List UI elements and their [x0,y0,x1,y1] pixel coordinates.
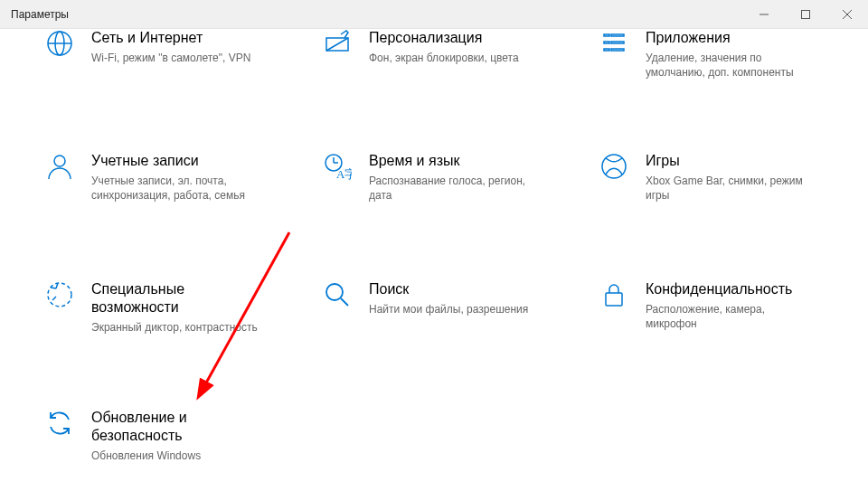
paint-icon [322,29,353,65]
tile-desc: Найти мои файлы, разрешения [369,302,528,316]
tile-desc: Учетные записи, эл. почта, синхронизация… [91,174,263,203]
svg-rect-1 [802,10,810,18]
apps-icon [599,29,629,80]
time-language-icon: А字 [322,152,353,203]
tile-personalization[interactable]: Персонализация Фон, экран блокировки, цв… [322,29,519,65]
tile-search[interactable]: Поиск Найти мои файлы, разрешения [322,280,528,316]
tile-desc: Удаление, значения по умолчанию, доп. ко… [646,51,817,80]
tile-apps[interactable]: Приложения Удаление, значения по умолчан… [599,29,817,80]
tile-title: Сеть и Интернет [91,29,250,47]
person-icon [44,152,75,203]
tile-title: Учетные записи [91,152,263,170]
tile-update-security[interactable]: Обновление и безопасность Обновления Win… [44,409,227,463]
tile-title: Персонализация [369,29,519,47]
svg-line-23 [341,298,348,306]
maximize-icon [801,10,810,19]
tile-privacy[interactable]: Конфиденциальность Расположение, камера,… [599,280,817,331]
svg-rect-10 [611,34,624,36]
tile-network[interactable]: Сеть и Интернет Wi-Fi, режим "в самолете… [44,29,250,65]
tile-desc: Wi-Fi, режим "в самолете", VPN [91,51,250,65]
settings-content: Сеть и Интернет Wi-Fi, режим "в самолете… [0,29,868,491]
tile-title: Приложения [646,29,817,47]
svg-line-8 [326,38,348,51]
tile-desc: Распознавание голоса, регион, дата [369,174,541,203]
tile-accounts[interactable]: Учетные записи Учетные записи, эл. почта… [44,152,263,203]
maximize-button[interactable] [785,0,826,28]
tile-desc: Обновления Windows [91,449,227,463]
tile-title: Обновление и безопасность [91,409,227,445]
svg-point-15 [54,156,65,166]
close-button[interactable] [826,0,868,28]
tile-title: Игры [646,152,817,170]
sync-icon [44,409,75,463]
svg-point-22 [326,284,343,300]
svg-point-21 [48,283,71,307]
globe-icon [44,29,75,65]
svg-text:А字: А字 [336,167,352,181]
svg-rect-12 [611,42,624,43]
tile-games[interactable]: Игры Xbox Game Bar, снимки, режим игры [599,152,817,203]
svg-rect-24 [606,293,622,306]
tile-title: Специальные возможности [91,280,227,316]
tile-time-language[interactable]: А字 Время и язык Распознавание голоса, ре… [322,152,541,203]
lock-icon [599,280,629,331]
tile-desc: Расположение, камера, микрофон [646,302,817,331]
xbox-icon [599,152,629,203]
accessibility-icon [44,280,75,335]
close-icon [843,10,852,19]
tile-desc: Xbox Game Bar, снимки, режим игры [646,174,817,203]
window-controls [743,0,868,28]
search-icon [322,280,353,316]
window-title: Параметры [11,8,69,21]
tile-accessibility[interactable]: Специальные возможности Экранный диктор,… [44,280,258,335]
tile-desc: Экранный диктор, контрастность [91,320,258,335]
minimize-icon [760,10,769,19]
tile-desc: Фон, экран блокировки, цвета [369,51,519,65]
tile-title: Поиск [369,280,528,298]
tile-title: Время и язык [369,152,541,170]
window-titlebar: Параметры [0,0,868,29]
tile-title: Конфиденциальность [646,280,817,298]
minimize-button[interactable] [743,0,785,28]
svg-rect-11 [604,42,609,43]
svg-point-20 [602,155,626,178]
svg-rect-13 [604,49,609,51]
svg-rect-9 [604,34,609,36]
svg-rect-14 [611,49,624,51]
